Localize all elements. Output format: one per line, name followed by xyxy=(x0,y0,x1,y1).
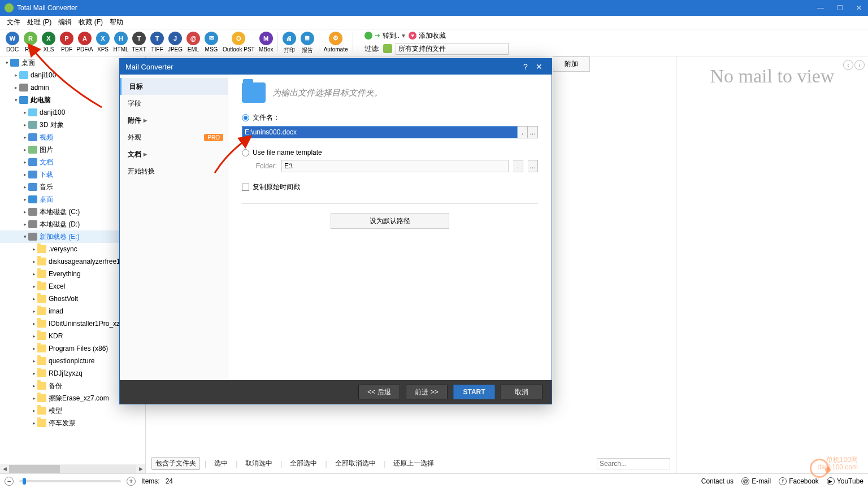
zoom-slider[interactable] xyxy=(19,480,121,482)
toolbar-mbox[interactable]: MMBox xyxy=(257,32,275,53)
dialog-side-0[interactable]: 目标 xyxy=(120,78,228,95)
toolbar-xls[interactable]: XXLS xyxy=(40,32,58,53)
minimize-button[interactable]: — xyxy=(816,3,825,12)
template-radio[interactable] xyxy=(242,149,249,156)
toolbar-jpeg[interactable]: JJPEG xyxy=(166,32,184,53)
app-title: Total Mail Converter xyxy=(17,4,816,12)
youtube-link[interactable]: ▶YouTube xyxy=(827,477,863,485)
action-5[interactable]: 还原上一选择 xyxy=(390,457,437,469)
toolbar-html[interactable]: HHTML xyxy=(112,32,130,53)
toolbar-msg[interactable]: ✉MSG xyxy=(202,32,220,53)
titlebar: Total Mail Converter — ☐ ✕ xyxy=(0,0,868,16)
toolbar-eml[interactable]: @EML xyxy=(184,32,202,53)
next-mail-button[interactable]: › xyxy=(854,60,865,70)
toolbar-text[interactable]: TTEXT xyxy=(130,32,148,53)
divider xyxy=(242,203,538,204)
toolbar-pdf[interactable]: PPDF xyxy=(58,32,76,53)
action-4[interactable]: 全部取消选中 xyxy=(332,457,379,469)
template-radio-label: Use file name template xyxy=(253,149,322,156)
toolbar-打印[interactable]: 🖨打印 xyxy=(280,32,298,54)
menu-4[interactable]: 帮助 xyxy=(106,16,127,28)
dialog-titlebar: Mail Converter ? ✕ xyxy=(120,59,552,75)
selection-toolbar: 包含子文件夹|选中|取消选中|全部选中|全部取消选中|还原上一选择 xyxy=(151,457,670,470)
zoom-out-button[interactable]: − xyxy=(5,477,14,486)
action-1[interactable]: 选中 xyxy=(211,457,231,469)
start-button[interactable]: START xyxy=(453,385,495,399)
filter-label: 过滤: xyxy=(364,44,380,54)
folder-input[interactable] xyxy=(281,160,509,172)
dialog-side-2[interactable]: 附件▸ xyxy=(120,112,228,129)
toolbar-doc[interactable]: WDOC xyxy=(3,32,21,53)
dialog-side-5[interactable]: 开始转换 xyxy=(120,163,228,180)
email-link[interactable]: @E-mail xyxy=(741,477,771,485)
folder-label: Folder: xyxy=(250,162,277,170)
filename-input[interactable] xyxy=(242,126,518,138)
dialog-sidebar: 目标字段附件▸外观PRO文档▸开始转换 xyxy=(120,75,228,380)
dialog-side-3[interactable]: 外观PRO xyxy=(120,129,228,146)
goto-button[interactable]: ➜转到..▾ xyxy=(364,31,406,41)
dialog-close-button[interactable]: ✕ xyxy=(532,62,546,71)
folder-browse-button[interactable]: … xyxy=(528,160,538,172)
toolbar: WDOCRRTFXXLSPPDFAPDF/AXXPSHHTMLTTEXTTTIF… xyxy=(0,29,868,56)
dialog-content: 为输出文件选择目标文件夹。 文件名： . … Use file name tem… xyxy=(228,75,552,380)
tree-item[interactable]: ▸模型 xyxy=(0,404,145,417)
dialog-help-button[interactable]: ? xyxy=(519,62,532,71)
toolbar-rtf[interactable]: RRTF xyxy=(21,32,40,53)
toolbar-pdf/a[interactable]: APDF/A xyxy=(76,32,94,53)
contact-link[interactable]: Contact us xyxy=(701,477,734,485)
menu-0[interactable]: 文件 xyxy=(3,16,24,28)
action-3[interactable]: 全部选中 xyxy=(287,457,320,469)
filename-radio-label: 文件名： xyxy=(253,113,280,123)
toolbar-tiff[interactable]: TTIFF xyxy=(148,32,166,53)
add-favorite-button[interactable]: ♥添加收藏 xyxy=(409,31,446,41)
action-0[interactable]: 包含子文件夹 xyxy=(151,457,200,470)
dialog-side-1[interactable]: 字段 xyxy=(120,95,228,112)
cancel-button[interactable]: 取消 xyxy=(501,385,542,399)
mail-converter-dialog: Mail Converter ? ✕ 目标字段附件▸外观PRO文档▸开始转换 为… xyxy=(119,58,552,404)
folder-clear-button[interactable]: . xyxy=(513,160,523,172)
menu-1[interactable]: 处理 (P) xyxy=(24,16,55,28)
tree-item[interactable]: ▸停车发票 xyxy=(0,417,145,429)
app-icon xyxy=(5,3,14,12)
back-button[interactable]: << 后退 xyxy=(358,385,400,399)
dialog-footer: << 后退 前进 >> START 取消 xyxy=(120,380,552,404)
scroll-left-icon[interactable]: ◀ xyxy=(0,466,9,472)
items-count: 24 xyxy=(166,477,173,485)
next-button[interactable]: 前进 >> xyxy=(406,385,448,399)
zoom-in-button[interactable]: + xyxy=(127,477,136,486)
menu-2[interactable]: 编辑 xyxy=(55,16,75,28)
dialog-side-4[interactable]: 文档▸ xyxy=(120,146,228,163)
copy-timestamp-checkbox[interactable] xyxy=(242,184,249,191)
toolbar-outlook pst[interactable]: OOutlook PST xyxy=(220,32,257,53)
filter-icon xyxy=(383,44,392,53)
filename-clear-button[interactable]: . xyxy=(518,126,528,138)
toolbar-xps[interactable]: XXPS xyxy=(94,32,112,53)
menu-3[interactable]: 收藏 (F) xyxy=(75,16,106,28)
dialog-heading: 为输出文件选择目标文件夹。 xyxy=(272,88,383,98)
menubar: 文件处理 (P)编辑收藏 (F)帮助 xyxy=(0,16,868,29)
copy-timestamp-label: 复制原始时间戳 xyxy=(253,182,300,192)
toolbar-automate[interactable]: ⚙Automate xyxy=(322,32,350,53)
window-buttons: — ☐ ✕ xyxy=(816,3,863,12)
folder-icon xyxy=(242,82,266,103)
dialog-title: Mail Converter xyxy=(125,63,519,71)
toolbar-报告[interactable]: ≣报告 xyxy=(298,32,316,54)
filename-browse-button[interactable]: … xyxy=(528,126,538,138)
action-2[interactable]: 取消选中 xyxy=(242,457,276,469)
close-button[interactable]: ✕ xyxy=(854,3,863,12)
set-default-path-button[interactable]: 设为默认路径 xyxy=(331,213,449,229)
filter-input[interactable] xyxy=(396,43,509,55)
filename-radio[interactable] xyxy=(242,114,249,121)
no-mail-message: No mail to view xyxy=(682,66,862,87)
maximize-button[interactable]: ☐ xyxy=(835,3,844,12)
statusbar: − + Items: 24 Contact us @E-mail fFacebo… xyxy=(0,473,868,488)
items-label: Items: xyxy=(141,477,160,485)
facebook-link[interactable]: fFacebook xyxy=(779,477,819,485)
tab-attachments[interactable]: 附加 xyxy=(553,56,590,72)
prev-mail-button[interactable]: ‹ xyxy=(843,60,853,70)
scroll-right-icon[interactable]: ▶ xyxy=(136,466,145,472)
preview-panel: ‹ › No mail to view xyxy=(676,56,868,473)
search-input[interactable] xyxy=(597,458,670,469)
tree-scrollbar[interactable]: ◀ ▶ xyxy=(0,464,145,473)
